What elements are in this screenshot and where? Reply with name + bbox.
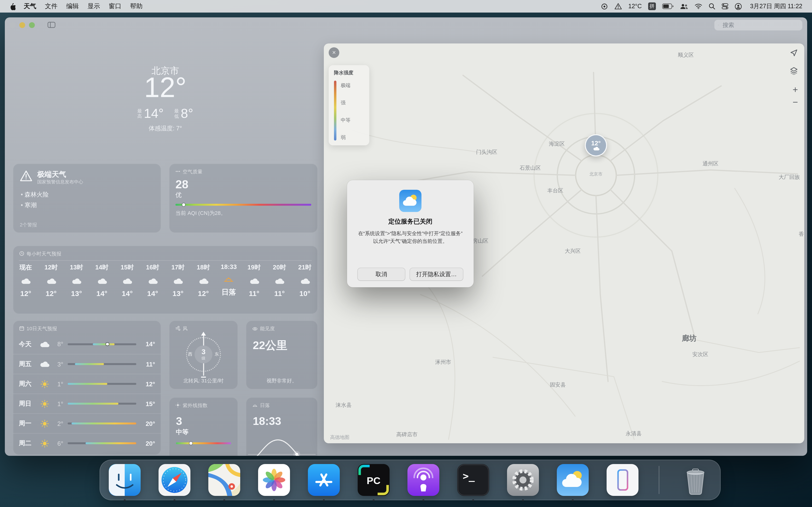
hourly-column: 15时14° [114, 263, 140, 297]
zoom-button[interactable] [29, 22, 35, 28]
wifi-icon[interactable] [695, 3, 702, 9]
uv-indicator-dot [190, 442, 192, 445]
dock-maps-icon[interactable] [206, 462, 243, 498]
map-label: 香 [799, 231, 804, 238]
dock-finder-icon[interactable] [106, 462, 143, 498]
svg-text:>_: >_ [463, 470, 475, 482]
map-label: 海淀区 [549, 140, 565, 148]
sun-icon [38, 419, 51, 428]
minimize-button[interactable] [19, 22, 25, 28]
tenday-row[interactable]: 周五3°11° [13, 354, 161, 374]
wind-title: 风 [183, 326, 188, 332]
warning-icon[interactable] [614, 3, 622, 10]
dock-settings-icon[interactable] [505, 462, 541, 498]
visibility-value: 22公里 [246, 332, 317, 353]
map-label: 高碑店市 [396, 431, 418, 438]
uv-sun-icon [175, 403, 180, 408]
hourly-forecast-card[interactable]: 每小时天气预报 现在12°12时12°13时13°14时14°15时14°16时… [13, 246, 317, 314]
map-close-button[interactable]: × [329, 47, 339, 58]
map-label: 丰台区 [547, 187, 563, 194]
running-indicator-dot [373, 499, 374, 501]
map-zoom-out-button[interactable]: − [793, 98, 798, 107]
extreme-weather-card[interactable]: 极端天气 国家预警信息发布中心 森林火险寒潮 2个警报 [13, 164, 161, 233]
sunset-card[interactable]: 日落 18:33 [246, 397, 317, 456]
sidebar-toggle-icon[interactable] [47, 21, 56, 30]
uv-card[interactable]: 紫外线指数 3 中等 [169, 397, 238, 456]
running-indicator-dot [323, 499, 325, 501]
cloud-icon [191, 277, 216, 285]
menubar-datetime[interactable]: 3月27日 周四 11:22 [750, 2, 802, 10]
input-method-badge[interactable]: 拼 [648, 2, 656, 10]
tenday-row[interactable]: 周一2°20° [13, 413, 161, 433]
dock-podcasts-icon[interactable] [405, 462, 442, 498]
search-icon [718, 22, 719, 28]
location-services-dialog: 定位服务已关闭 在“系统设置”>“隐私与安全性”中打开“定位服务”以允许“天气”… [347, 180, 474, 287]
close-button[interactable] [10, 22, 15, 28]
menubar-temp[interactable]: 12°C [628, 3, 642, 10]
dialog-body: 在“系统设置”>“隐私与安全性”中打开“定位服务”以允许“天气”确定你的当前位置… [356, 229, 464, 245]
map-weather-badge[interactable]: 12° [585, 134, 607, 157]
control-center-icon[interactable] [722, 3, 728, 10]
search-icon[interactable] [709, 3, 715, 10]
tenday-row[interactable]: 周六1°12° [13, 374, 161, 394]
dock-photos-icon[interactable] [256, 462, 292, 498]
running-indicator-dot [124, 499, 126, 501]
map-layers-button[interactable] [790, 67, 798, 75]
menubar-menu-2[interactable]: 编辑 [62, 2, 83, 10]
tenday-row[interactable]: 今天8°14° [13, 334, 161, 354]
dock-terminal-icon[interactable]: >_ [455, 462, 492, 498]
wind-caption: 北转风: 31公里/时 [169, 378, 238, 384]
svg-text:PC: PC [367, 475, 380, 486]
alert-count: 2个警报 [20, 222, 37, 228]
tenday-row[interactable]: 周日1°15° [13, 394, 161, 413]
uv-level: 中等 [169, 428, 238, 437]
cloud-icon [39, 277, 64, 285]
running-indicator-dot [173, 499, 175, 501]
cloud-icon [114, 277, 140, 285]
visibility-card[interactable]: 能见度 22公里 视野非常好。 [246, 321, 317, 389]
sun-icon [38, 380, 51, 388]
running-indicator-dot [472, 499, 474, 501]
hourly-column: 13时13° [64, 263, 89, 297]
battery-icon[interactable] [662, 3, 674, 9]
menubar-menu-3[interactable]: 显示 [83, 2, 104, 10]
map-locate-button[interactable] [790, 49, 798, 57]
open-privacy-settings-button[interactable]: 打开隐私设置… [410, 268, 463, 281]
search-field[interactable] [714, 20, 802, 31]
dock-pycharm-icon[interactable]: PC [355, 462, 392, 498]
user-switch-icon[interactable] [735, 3, 742, 10]
titlebar [5, 17, 807, 33]
users-icon[interactable] [680, 3, 688, 9]
cloud-icon [13, 277, 39, 285]
cloud-icon [89, 277, 114, 285]
air-quality-card[interactable]: 空气质量 28 优 当前 AQI (CN)为28。 [169, 164, 317, 233]
menubar-menu-0[interactable]: 天气 [19, 2, 41, 10]
apple-menu-icon[interactable] [6, 3, 19, 10]
dock-appstore-icon[interactable] [305, 462, 342, 498]
map-label: 通州区 [703, 160, 718, 167]
wind-card[interactable]: 风 西 东 3级 北转风: 31公里/时 [169, 321, 238, 389]
sunset-curve [248, 435, 316, 456]
alert-title: 极端天气 [37, 170, 83, 178]
menubar-menu-1[interactable]: 文件 [41, 2, 62, 10]
cancel-button[interactable]: 取消 [358, 268, 405, 281]
hourly-column: 现在12° [13, 263, 39, 297]
dock-trash-icon[interactable] [677, 462, 714, 498]
map-zoom-in-button[interactable]: + [793, 85, 798, 94]
alert-item: 寒潮 [21, 201, 153, 211]
aqi-caption: 当前 AQI (CN)为28。 [169, 206, 317, 217]
tenday-row[interactable]: 周二6°20° [13, 433, 161, 453]
wind-level-unit: 级 [202, 356, 205, 361]
tenday-forecast-card[interactable]: 10日天气预报 今天8°14°周五3°11°周六1°12°周日1°15°周一2°… [13, 321, 161, 455]
map-label: 大厂回族 [779, 174, 800, 181]
dock-weather-icon[interactable] [554, 462, 591, 498]
screen-record-icon[interactable] [601, 3, 608, 10]
running-indicator-dot [273, 499, 275, 501]
hourly-column: 12时12° [39, 263, 64, 297]
menubar-menu-4[interactable]: 窗口 [104, 2, 126, 10]
menubar-menu-5[interactable]: 帮助 [126, 2, 147, 10]
dock-iphone-icon[interactable] [604, 462, 641, 498]
dock-safari-icon[interactable] [156, 462, 193, 498]
hourly-column: 18时12° [191, 263, 216, 297]
search-input[interactable] [722, 21, 799, 29]
